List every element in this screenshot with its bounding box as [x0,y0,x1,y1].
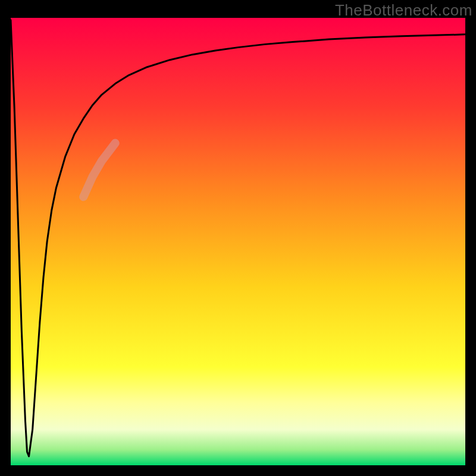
plot-background [11,18,465,465]
chart-container: TheBottleneck.com [0,0,476,476]
bottleneck-chart [0,0,476,476]
watermark-text: TheBottleneck.com [335,1,472,20]
